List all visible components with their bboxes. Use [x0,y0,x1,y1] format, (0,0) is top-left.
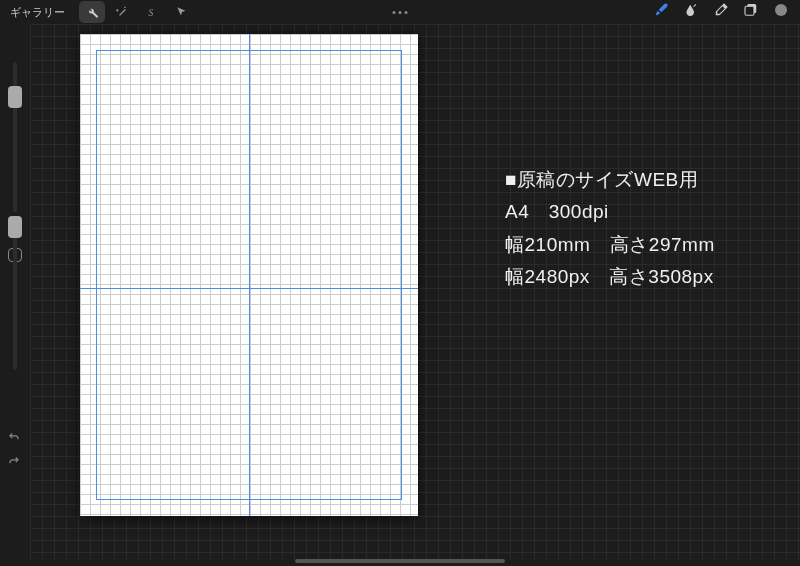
gallery-button[interactable]: ギャラリー [10,5,65,20]
dot-icon [405,11,408,14]
undo-button[interactable] [7,430,21,448]
home-indicator [295,559,505,563]
top-toolbar: ギャラリー S [0,0,800,24]
smudge-button[interactable] [682,1,700,23]
wrench-icon [85,5,99,19]
redo-icon [7,454,21,468]
dot-icon [393,11,396,14]
toolbar-right-group [652,1,790,23]
brush-size-slider[interactable] [13,62,17,212]
annotation-line: 幅210mm 高さ297mm [505,229,715,261]
transform-button[interactable] [169,1,195,23]
redo-button[interactable] [7,454,21,472]
guide-horizontal [80,288,418,289]
slider-thumb[interactable] [8,86,22,108]
eraser-button[interactable] [712,1,730,23]
svg-text:S: S [149,8,154,18]
artboard[interactable] [80,34,418,516]
cursor-icon [175,5,189,19]
smudge-icon [682,1,700,19]
annotation-line: A4 300dpi [505,196,715,228]
toolbar-left-group: ギャラリー S [10,1,195,23]
modify-menu-button[interactable] [393,11,408,14]
color-circle-icon [772,1,790,19]
undo-icon [7,430,21,444]
color-button[interactable] [772,1,790,23]
slider-thumb[interactable] [8,216,22,238]
brush-opacity-slider[interactable] [13,220,17,370]
selection-button[interactable]: S [139,1,165,23]
brush-button[interactable] [652,1,670,23]
annotation-text: ■原稿のサイズWEB用 A4 300dpi 幅210mm 高さ297mm 幅24… [505,164,715,293]
wand-icon [115,5,129,19]
layers-button[interactable] [742,1,760,23]
annotation-line: ■原稿のサイズWEB用 [505,164,715,196]
brush-icon [652,1,670,19]
guide-vertical [249,34,250,516]
layers-icon [742,1,760,19]
svg-point-3 [775,4,787,16]
dot-icon [399,11,402,14]
adjustments-button[interactable] [79,1,105,23]
s-icon: S [145,5,159,19]
annotation-line: 幅2480px 高さ3508px [505,261,715,293]
svg-rect-2 [745,6,754,15]
left-sidebar [0,24,30,566]
magic-wand-button[interactable] [109,1,135,23]
app-root: ギャラリー S [0,0,800,566]
canvas-viewport[interactable]: ■原稿のサイズWEB用 A4 300dpi 幅210mm 高さ297mm 幅24… [30,24,800,560]
eraser-icon [712,1,730,19]
